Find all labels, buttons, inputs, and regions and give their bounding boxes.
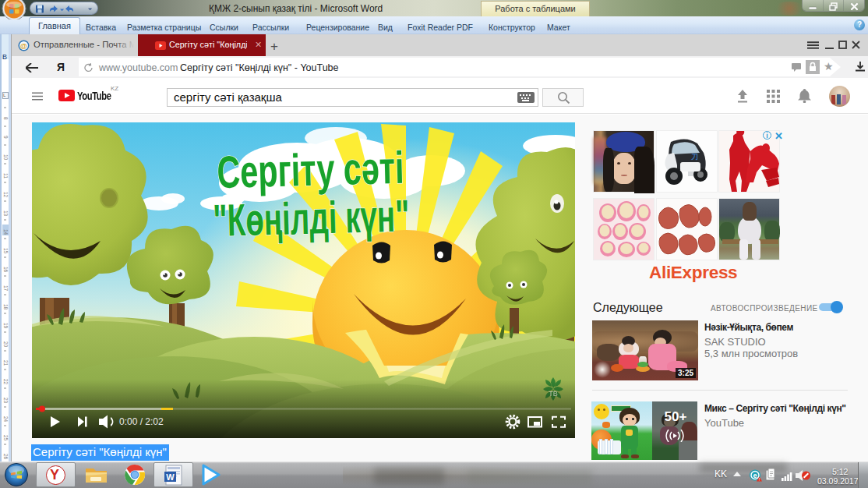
svg-text:11: 11 xyxy=(3,173,9,179)
svg-text:18: 18 xyxy=(3,304,9,310)
svg-text:25: 25 xyxy=(3,435,9,441)
svg-text:W: W xyxy=(166,472,175,482)
svg-text:26: 26 xyxy=(3,454,9,460)
svg-text:Сергіту сәті: Сергіту сәті xyxy=(217,142,405,197)
svg-text:12: 12 xyxy=(3,192,9,198)
svg-text:9: 9 xyxy=(3,136,9,139)
svg-text:13: 13 xyxy=(3,210,9,217)
svg-text:22: 22 xyxy=(3,379,9,385)
svg-text:24: 24 xyxy=(3,416,9,423)
svg-text:17: 17 xyxy=(3,285,9,292)
svg-text:刀: 刀 xyxy=(690,153,698,161)
svg-text:20: 20 xyxy=(3,341,9,348)
svg-text:15: 15 xyxy=(3,248,9,254)
svg-text:21: 21 xyxy=(3,360,9,366)
svg-text:19: 19 xyxy=(3,323,9,329)
svg-text:8: 8 xyxy=(3,117,9,120)
svg-text:e: e xyxy=(753,472,757,479)
svg-text:10: 10 xyxy=(3,154,9,161)
svg-text:23: 23 xyxy=(3,398,9,404)
svg-text:0:00 / 2:02: 0:00 / 2:02 xyxy=(119,416,164,427)
svg-text:16: 16 xyxy=(3,267,9,273)
svg-text:"Көңілді күн": "Көңілді күн" xyxy=(213,189,411,246)
svg-text:14: 14 xyxy=(3,229,9,235)
svg-text:@: @ xyxy=(20,42,27,50)
